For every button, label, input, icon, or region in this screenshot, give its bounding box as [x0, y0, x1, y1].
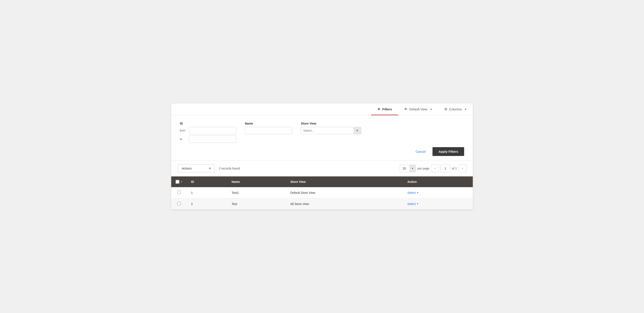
tab-filters-label: Filters: [382, 107, 392, 111]
action-arrow-icon-0: ▼: [416, 191, 419, 194]
table-header-row: ▼ ID Name Store View Action: [171, 176, 473, 187]
cell-action-1: Select ▼: [403, 198, 473, 209]
cell-name-0: Test1: [227, 187, 286, 198]
cancel-button[interactable]: Cancel: [413, 148, 428, 155]
total-pages-label: of 1: [452, 167, 457, 170]
id-to-row: to: [180, 136, 236, 143]
table-row: 2 Test All Store View Select ▼: [171, 198, 473, 209]
filter-store-view-group: Store View Select... Default Store View …: [301, 122, 361, 134]
table-header: ▼ ID Name Store View Action: [171, 176, 473, 187]
prev-page-button[interactable]: ‹: [431, 164, 439, 172]
id-to-input[interactable]: [189, 136, 236, 143]
data-table: ▼ ID Name Store View Action 1 Test1 Defa…: [171, 176, 473, 209]
next-page-button[interactable]: ›: [458, 164, 466, 172]
select-all-arrow-icon[interactable]: ▼: [180, 181, 182, 183]
apply-filters-button[interactable]: Apply Filters: [432, 147, 464, 156]
cell-id-0: 1: [187, 187, 227, 198]
tab-columns[interactable]: ⚙ Columns ▼: [438, 104, 473, 115]
id-from-input[interactable]: [189, 127, 236, 134]
chevron-down-icon-2: ▼: [464, 108, 467, 111]
tabs-bar: ▼ Filters 👁 Default View ▼ ⚙ Columns ▼: [171, 104, 473, 115]
filter-icon: ▼: [377, 107, 380, 111]
store-view-select[interactable]: Select... Default Store View All Store V…: [301, 127, 361, 134]
actions-label: Actions: [178, 164, 206, 172]
id-from-label: from: [180, 129, 186, 132]
filter-id-label: ID: [180, 122, 236, 125]
filter-store-view-label: Store View: [301, 122, 361, 125]
tab-filters[interactable]: ▼ Filters: [371, 104, 398, 115]
id-to-label: to: [180, 138, 186, 141]
filters-panel: ID from to Name Sto: [171, 115, 473, 160]
col-name: Name: [227, 176, 286, 187]
filters-actions: Cancel Apply Filters: [180, 147, 464, 156]
cell-store-view-1: All Store View: [286, 198, 403, 209]
pagination-controls: 20 30 50 100 200 ▼ per page ‹ of 1 ›: [400, 164, 466, 172]
select-all-checkbox[interactable]: [176, 180, 180, 184]
per-page-select-wrapper: 20 30 50 100 200 ▼: [400, 165, 416, 172]
col-action: Action: [403, 176, 473, 187]
actions-arrow-icon[interactable]: ▼: [206, 164, 214, 172]
actions-dropdown[interactable]: Actions ▼: [178, 164, 214, 172]
per-page-label: per page: [418, 167, 429, 170]
table-row: 1 Test1 Default Store View Select ▼: [171, 187, 473, 198]
records-found: 2 records found: [219, 167, 396, 170]
action-select-1[interactable]: Select ▼: [407, 202, 419, 206]
cell-action-0: Select ▼: [403, 187, 473, 198]
eye-icon: 👁: [404, 107, 408, 111]
action-arrow-icon-1: ▼: [416, 203, 419, 205]
tab-default-view-label: Default View: [409, 107, 427, 111]
row-checkbox-cell: [171, 198, 187, 209]
gear-icon: ⚙: [444, 107, 447, 111]
page-number-input[interactable]: [441, 164, 450, 172]
filters-row: ID from to Name Sto: [180, 122, 464, 143]
toolbar: Actions ▼ 2 records found 20 30 50 100 2…: [171, 160, 473, 176]
chevron-down-icon: ▼: [430, 108, 432, 111]
tab-default-view[interactable]: 👁 Default View ▼: [398, 104, 438, 115]
store-view-select-wrapper: Select... Default Store View All Store V…: [301, 127, 361, 134]
per-page-select[interactable]: 20 30 50 100 200: [400, 165, 416, 172]
id-range-group: from to: [180, 127, 236, 143]
name-input[interactable]: [245, 127, 292, 134]
filter-id-group: ID from to: [180, 122, 236, 143]
cell-name-1: Test: [227, 198, 286, 209]
col-id: ID: [187, 176, 227, 187]
table-body: 1 Test1 Default Store View Select ▼ 2 Te…: [171, 187, 473, 209]
main-card: ▼ Filters 👁 Default View ▼ ⚙ Columns ▼ I…: [171, 104, 473, 209]
filter-name-label: Name: [245, 122, 292, 125]
id-from-row: from: [180, 127, 236, 134]
tab-columns-label: Columns: [449, 107, 462, 111]
filter-name-group: Name: [245, 122, 292, 134]
row-checkbox-cell: [171, 187, 187, 198]
col-checkbox: ▼: [171, 176, 187, 187]
col-store-view: Store View: [286, 176, 403, 187]
action-select-0[interactable]: Select ▼: [407, 191, 419, 194]
cell-id-1: 2: [187, 198, 227, 209]
cell-store-view-0: Default Store View: [286, 187, 403, 198]
row-checkbox-1[interactable]: [177, 202, 181, 205]
row-checkbox-0[interactable]: [177, 191, 181, 194]
